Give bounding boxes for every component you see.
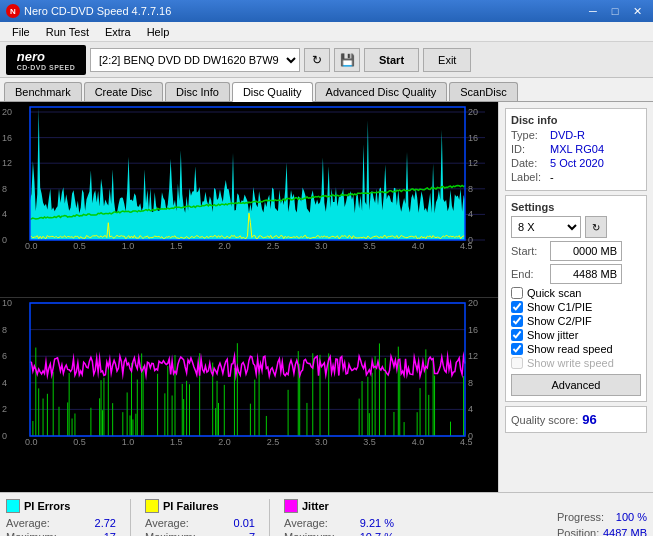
id-value: MXL RG04 [550,143,604,155]
tab-disc-info[interactable]: Disc Info [165,82,230,101]
quick-scan-checkbox[interactable] [511,287,523,299]
pi-failures-avg-value: 0.01 [205,517,255,529]
show-c2pif-row: Show C2/PIF [511,315,641,327]
pi-errors-max-label: Maximum: [6,531,57,536]
show-write-speed-row: Show write speed [511,357,641,369]
jitter-avg-label: Average: [284,517,328,529]
show-c2pif-label: Show C2/PIF [527,315,592,327]
start-row: Start: [511,241,641,261]
tab-create-disc[interactable]: Create Disc [84,82,163,101]
nero-logo-text: nero [17,49,76,64]
pi-failures-group: PI Failures Average: 0.01 Maximum: 7 Tot… [145,499,255,536]
save-button[interactable]: 💾 [334,48,360,72]
pi-failures-avg-label: Average: [145,517,189,529]
pi-errors-color [6,499,20,513]
settings-section: Settings 8 X ↻ Start: End: Quick scan [505,195,647,402]
menu-bar: File Run Test Extra Help [0,22,653,42]
close-button[interactable]: ✕ [627,4,647,18]
pi-errors-avg-row: Average: 2.72 [6,517,116,529]
pi-failures-color [145,499,159,513]
position-row: Position: 4487 MB [557,527,647,537]
show-read-speed-checkbox[interactable] [511,343,523,355]
disc-date-row: Date: 5 Oct 2020 [511,157,641,169]
show-c2pif-checkbox[interactable] [511,315,523,327]
title-bar-controls: ─ □ ✕ [583,4,647,18]
menu-help[interactable]: Help [139,24,178,40]
show-c1pie-row: Show C1/PIE [511,301,641,313]
show-write-speed-checkbox[interactable] [511,357,523,369]
app-title: Nero CD-DVD Speed 4.7.7.16 [24,5,171,17]
type-value: DVD-R [550,129,585,141]
tab-disc-quality[interactable]: Disc Quality [232,82,313,102]
maximize-button[interactable]: □ [605,4,625,18]
tab-advanced-disc-quality[interactable]: Advanced Disc Quality [315,82,448,101]
jitter-group: Jitter Average: 9.21 % Maximum: 10.7 % P… [284,499,394,536]
sidebar: Disc info Type: DVD-R ID: MXL RG04 Date:… [498,102,653,492]
id-label: ID: [511,143,546,155]
menu-file[interactable]: File [4,24,38,40]
chart-top [0,102,498,298]
show-write-speed-label: Show write speed [527,357,614,369]
pi-errors-group: PI Errors Average: 2.72 Maximum: 17 Tota… [6,499,116,536]
jitter-color [284,499,298,513]
speed-select[interactable]: 8 X [511,216,581,238]
nero-sub-text: CD·DVD SPEED [17,64,76,71]
quality-row: Quality score: 96 [511,412,641,427]
pi-failures-max-label: Maximum: [145,531,196,536]
pi-errors-avg-label: Average: [6,517,50,529]
settings-btn[interactable]: ↻ [585,216,607,238]
tab-benchmark[interactable]: Benchmark [4,82,82,101]
quick-scan-row: Quick scan [511,287,641,299]
progress-value: 100 % [616,511,647,523]
label-label: Label: [511,171,546,183]
refresh-button[interactable]: ↻ [304,48,330,72]
disc-id-row: ID: MXL RG04 [511,143,641,155]
position-value: 4487 MB [603,527,647,537]
pi-failures-avg-row: Average: 0.01 [145,517,255,529]
pi-errors-avg-value: 2.72 [66,517,116,529]
settings-title: Settings [511,201,641,213]
chart-bottom [0,298,498,493]
title-bar: N Nero CD-DVD Speed 4.7.7.16 ─ □ ✕ [0,0,653,22]
jitter-label: Jitter [302,500,329,512]
charts-area [0,102,498,492]
start-field[interactable] [550,241,622,261]
show-c1pie-label: Show C1/PIE [527,301,592,313]
pi-errors-header: PI Errors [6,499,116,513]
main-content: Disc info Type: DVD-R ID: MXL RG04 Date:… [0,102,653,492]
tabs: Benchmark Create Disc Disc Info Disc Qua… [0,78,653,102]
show-read-speed-label: Show read speed [527,343,613,355]
toolbar: nero CD·DVD SPEED [2:2] BENQ DVD DD DW16… [0,42,653,78]
jitter-max-label: Maximum: [284,531,335,536]
pi-errors-label: PI Errors [24,500,70,512]
progress-label: Progress: [557,511,604,523]
progress-row: Progress: 100 % [557,511,647,523]
device-select[interactable]: [2:2] BENQ DVD DD DW1620 B7W9 [90,48,300,72]
end-row: End: [511,264,641,284]
menu-extra[interactable]: Extra [97,24,139,40]
app-icon: N [6,4,20,18]
jitter-header: Jitter [284,499,394,513]
quality-section: Quality score: 96 [505,406,647,433]
tab-scandisc[interactable]: ScanDisc [449,82,517,101]
position-label: Position: [557,527,599,537]
jitter-avg-row: Average: 9.21 % [284,517,394,529]
menu-run-test[interactable]: Run Test [38,24,97,40]
divider-1 [130,499,131,536]
show-jitter-checkbox[interactable] [511,329,523,341]
end-label: End: [511,268,546,280]
quick-scan-label: Quick scan [527,287,581,299]
show-c1pie-checkbox[interactable] [511,301,523,313]
minimize-button[interactable]: ─ [583,4,603,18]
pi-failures-header: PI Failures [145,499,255,513]
title-bar-left: N Nero CD-DVD Speed 4.7.7.16 [6,4,171,18]
start-button[interactable]: Start [364,48,419,72]
pi-failures-max-value: 7 [205,531,255,536]
end-field[interactable] [550,264,622,284]
exit-button[interactable]: Exit [423,48,471,72]
disc-info-section: Disc info Type: DVD-R ID: MXL RG04 Date:… [505,108,647,191]
disc-info-title: Disc info [511,114,641,126]
disc-type-row: Type: DVD-R [511,129,641,141]
quality-score-value: 96 [582,412,596,427]
advanced-button[interactable]: Advanced [511,374,641,396]
